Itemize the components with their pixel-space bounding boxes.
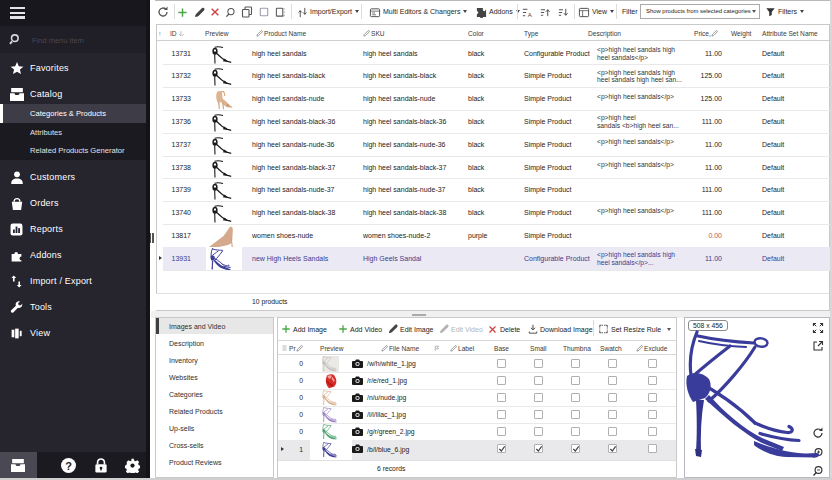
svg-text:A: A	[528, 11, 532, 17]
